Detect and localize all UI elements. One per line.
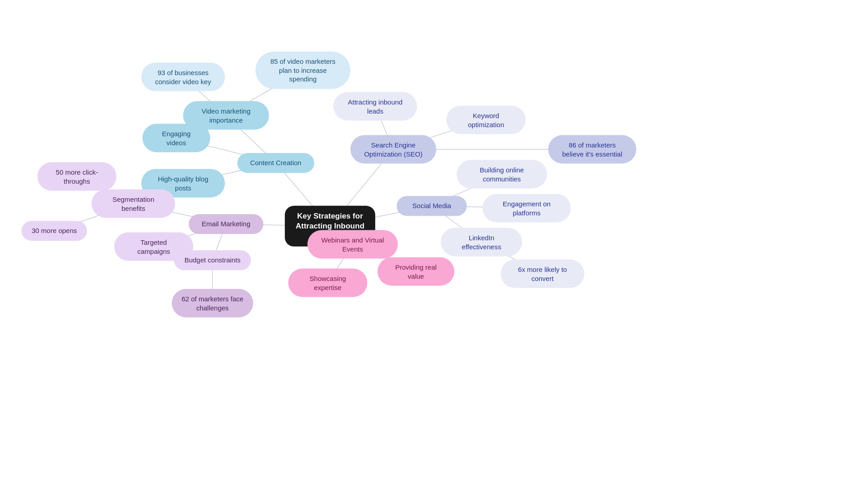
node-86-marketers[interactable]: 86 of marketers believe it's essential — [548, 135, 637, 164]
node-30-opens[interactable]: 30 more opens — [22, 221, 87, 241]
node-providing-value[interactable]: Providing real value — [377, 257, 454, 286]
node-email-marketing[interactable]: Email Marketing — [189, 214, 264, 234]
node-linkedin[interactable]: LinkedIn effectiveness — [441, 228, 522, 257]
node-50-click[interactable]: 50 more click-throughs — [38, 162, 117, 191]
node-engagement-platforms[interactable]: Engagement on platforms — [483, 194, 571, 223]
node-93-businesses[interactable]: 93 of businesses consider video key — [142, 63, 225, 91]
node-62-marketers[interactable]: 62 of marketers face challenges — [172, 289, 253, 318]
node-webinars[interactable]: Webinars and Virtual Events — [307, 230, 398, 259]
node-6x-convert[interactable]: 6x more likely to convert — [501, 260, 585, 288]
node-showcasing[interactable]: Showcasing expertise — [288, 269, 368, 297]
node-keyword-opt[interactable]: Keyword optimization — [447, 106, 526, 134]
node-attracting-inbound[interactable]: Attracting inbound leads — [334, 92, 417, 121]
node-seo[interactable]: Search Engine Optimization (SEO) — [350, 135, 436, 164]
mind-map-container: Key Strategies for Attracting Inbound Le… — [0, 0, 868, 490]
node-content-creation[interactable]: Content Creation — [237, 153, 314, 173]
node-budget-constraints[interactable]: Budget constraints — [174, 250, 251, 270]
node-85-video[interactable]: 85 of video marketers plan to increase s… — [255, 52, 350, 89]
node-social-media[interactable]: Social Media — [397, 196, 467, 216]
node-building-communities[interactable]: Building online communities — [457, 160, 547, 189]
node-segmentation[interactable]: Segmentation benefits — [92, 190, 175, 218]
node-engaging-videos[interactable]: Engaging videos — [142, 124, 210, 152]
